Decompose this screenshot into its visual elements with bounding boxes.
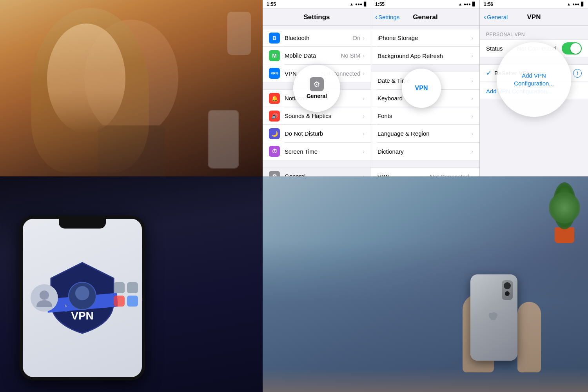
battery-icon: ▊ <box>364 2 367 6</box>
keyboard-chevron: › <box>471 95 473 102</box>
nav-bar-2: ‹ Settings General <box>371 9 479 26</box>
phone-notch <box>59 219 106 229</box>
bluetooth-icon: B <box>269 33 280 44</box>
apple-logo-svg <box>488 312 500 323</box>
language-row[interactable]: Language & Region › <box>371 125 479 142</box>
vpn-toggle[interactable] <box>562 42 582 54</box>
general-chevron: › <box>363 173 365 177</box>
camera-lens-2 <box>505 291 510 296</box>
mobile-data-value: No SIM <box>341 52 360 59</box>
time-1: 1:55 <box>267 2 276 7</box>
checkmark-icon: ✓ <box>486 69 491 77</box>
personal-vpn-label: PERSONAL VPN <box>486 32 525 37</box>
sounds-label: Sounds & Haptics <box>285 113 363 119</box>
status-bar-2: 1:55 ▲ ●●● ▊ <box>371 0 479 9</box>
back-arrow-icon-3: ‹ <box>484 13 486 21</box>
vpn-circle-label: VPN <box>415 85 428 92</box>
dictionary-chevron: › <box>471 148 473 154</box>
app-icon-4 <box>127 296 138 307</box>
date-time-chevron: › <box>471 78 473 84</box>
arrow-right-icon: › <box>60 300 72 312</box>
vpn-app-content: VPN › <box>23 219 142 377</box>
dictionary-row[interactable]: Dictionary › <box>371 143 479 160</box>
mobile-data-icon: M <box>269 50 280 61</box>
screen1-title: Settings <box>303 13 330 21</box>
screen3-title: VPN <box>527 13 541 21</box>
signal-icon-2: ●●● <box>464 2 471 6</box>
app-icon-1 <box>114 282 125 293</box>
vpn-circle-overlay: VPN <box>402 69 441 108</box>
status-bar-1: 1:55 ▲ ●●● ▊ <box>263 0 371 9</box>
fonts-chevron: › <box>471 113 473 119</box>
language-label: Language & Region <box>377 130 471 137</box>
general-circle-icon: ⚙ <box>310 77 324 91</box>
general-circle-overlay: ⚙ General <box>293 65 340 112</box>
general-label: General <box>285 173 363 176</box>
screen-time-row[interactable]: ⏱ Screen Time › <box>263 143 371 160</box>
screen2-title: General <box>413 13 437 21</box>
time-2: 1:55 <box>375 2 385 7</box>
battery-icon-3: ▊ <box>581 2 584 6</box>
general-circle-label: General <box>307 93 327 99</box>
camera-bump <box>502 280 513 300</box>
signal-icon-3: ●●● <box>572 2 579 6</box>
iphone-storage-label: iPhone Storage <box>377 34 471 41</box>
toggle-thumb <box>570 43 581 54</box>
time-3: 1:56 <box>484 2 493 7</box>
fonts-label: Fonts <box>377 113 471 119</box>
status-icons-2: ▲ ●●● ▊ <box>458 2 475 6</box>
status-icons-1: ▲ ●●● ▊ <box>350 2 367 6</box>
do-not-disturb-row[interactable]: 🌙 Do Not Disturb › <box>263 125 371 142</box>
screen-general: 1:55 ▲ ●●● ▊ ‹ Settings General <box>371 0 480 176</box>
sounds-icon: 🔊 <box>269 111 280 122</box>
general-back-button[interactable]: ‹ Settings <box>375 13 399 21</box>
general-row[interactable]: ⚙ General › <box>263 168 371 176</box>
dnd-label: Do Not Disturb <box>285 130 363 137</box>
vpn-general-row[interactable]: VPN Not Connected › <box>371 168 479 176</box>
screen-time-chevron: › <box>363 148 365 154</box>
apple-logo <box>488 312 500 323</box>
dictionary-label: Dictionary <box>377 148 471 155</box>
language-chevron: › <box>471 131 473 137</box>
dnd-icon: 🌙 <box>269 128 280 139</box>
mobile-data-label: Mobile Data <box>285 52 341 59</box>
plant-decoration <box>545 180 584 243</box>
notifications-icon: 🔔 <box>269 93 280 104</box>
info-icon: i <box>577 70 578 76</box>
personal-vpn-header: PERSONAL VPN <box>480 29 588 39</box>
svg-point-4 <box>75 286 89 300</box>
photo-vpn-app: VPN › <box>0 176 263 392</box>
nav-bar-3: ‹ General VPN <box>480 9 588 26</box>
battery-icon-2: ▊ <box>472 2 475 6</box>
ios-screens-panel: 1:55 ▲ ●●● ▊ Settings <box>263 0 588 176</box>
nav-bar-1: Settings <box>263 9 371 26</box>
mobile-data-row[interactable]: M Mobile Data No SIM › <box>263 47 371 64</box>
fonts-row[interactable]: Fonts › <box>371 107 479 125</box>
status-bar-3: 1:56 ▲ ●●● ▊ <box>480 0 588 9</box>
right-hand <box>517 302 541 372</box>
camera-lens <box>504 282 511 289</box>
background-app-row[interactable]: Background App Refresh › <box>371 47 479 64</box>
app-icon-3 <box>114 296 125 307</box>
screen-time-label: Screen Time <box>285 148 363 155</box>
signal-icon: ●●● <box>355 2 362 6</box>
vpn-general-label: VPN <box>377 173 430 177</box>
vpn-back-button[interactable]: ‹ General <box>484 13 508 21</box>
dnd-chevron: › <box>363 131 365 137</box>
wifi-icon-2: ▲ <box>458 2 462 6</box>
general-icon: ⚙ <box>269 171 280 177</box>
svg-point-7 <box>493 312 495 314</box>
sounds-chevron: › <box>363 113 365 119</box>
mobile-data-chevron: › <box>363 53 365 59</box>
vpn-general-value: Not Connected <box>430 173 469 177</box>
vpn-icon: VPN <box>269 68 280 79</box>
info-button[interactable]: i <box>573 69 582 78</box>
screen-vpn: 1:56 ▲ ●●● ▊ ‹ General VPN <box>480 0 588 176</box>
status-icons-3: ▲ ●●● ▊ <box>567 2 584 6</box>
back-arrow-icon: ‹ <box>375 13 377 21</box>
bluetooth-chevron: › <box>363 35 365 41</box>
bluetooth-row[interactable]: B Bluetooth On › <box>263 29 371 47</box>
vpn-general-chevron: › <box>471 173 473 176</box>
app-icons-grid <box>114 282 138 307</box>
iphone-storage-row[interactable]: iPhone Storage › <box>371 29 479 47</box>
